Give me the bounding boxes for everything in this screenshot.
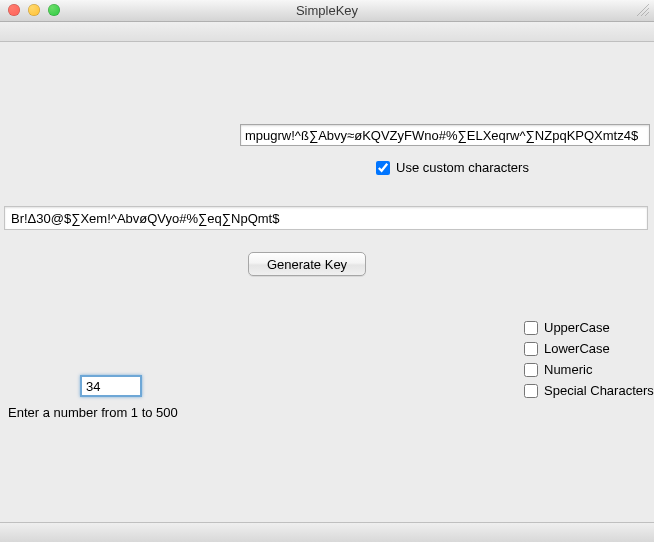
resize-icon[interactable] (636, 3, 650, 17)
content-area: Use custom characters Generate Key Upper… (0, 42, 654, 522)
generated-key-output[interactable] (4, 206, 648, 230)
use-custom-checkbox[interactable] (376, 161, 390, 175)
special-checkbox[interactable] (524, 384, 538, 398)
generate-button[interactable]: Generate Key (248, 252, 366, 276)
uppercase-checkbox[interactable] (524, 321, 538, 335)
custom-chars-input[interactable] (240, 124, 650, 146)
status-strip (0, 522, 654, 542)
window-title: SimpleKey (296, 3, 358, 18)
use-custom-row: Use custom characters (376, 160, 529, 175)
length-helper-text: Enter a number from 1 to 500 (8, 405, 178, 420)
option-lowercase[interactable]: LowerCase (524, 341, 654, 356)
length-input[interactable] (80, 375, 142, 397)
numeric-checkbox[interactable] (524, 363, 538, 377)
use-custom-label: Use custom characters (396, 160, 529, 175)
toolbar-strip (0, 22, 654, 42)
lowercase-checkbox[interactable] (524, 342, 538, 356)
options-group: UpperCase LowerCase Numeric Special Char… (524, 320, 654, 398)
lowercase-label: LowerCase (544, 341, 610, 356)
uppercase-label: UpperCase (544, 320, 610, 335)
special-label: Special Characters (544, 383, 654, 398)
window-titlebar: SimpleKey (0, 0, 654, 22)
option-special[interactable]: Special Characters (524, 383, 654, 398)
option-numeric[interactable]: Numeric (524, 362, 654, 377)
option-uppercase[interactable]: UpperCase (524, 320, 654, 335)
window-controls (8, 4, 60, 16)
minimize-icon[interactable] (28, 4, 40, 16)
zoom-icon[interactable] (48, 4, 60, 16)
numeric-label: Numeric (544, 362, 592, 377)
close-icon[interactable] (8, 4, 20, 16)
